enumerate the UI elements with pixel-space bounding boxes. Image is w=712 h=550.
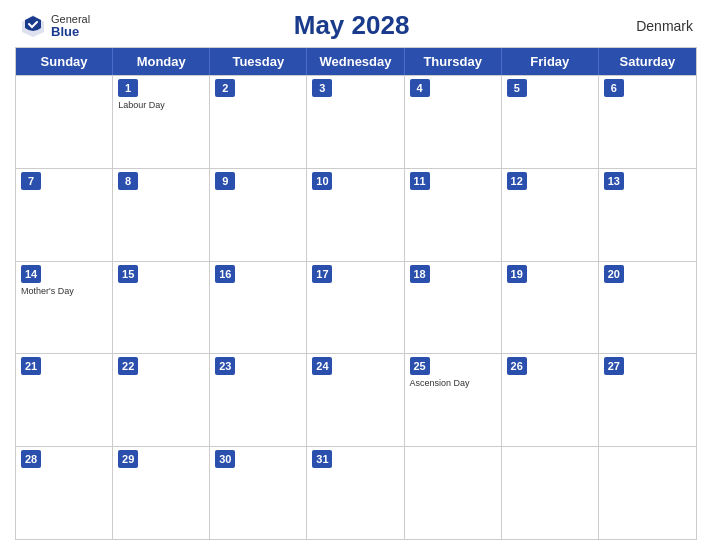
country-label: Denmark: [613, 18, 693, 34]
calendar-page: General Blue May 2028 Denmark Sunday Mon…: [0, 0, 712, 550]
cell-1-6: 13: [599, 169, 696, 261]
day-number: 30: [215, 450, 235, 468]
day-number: 1: [118, 79, 138, 97]
calendar-grid: Sunday Monday Tuesday Wednesday Thursday…: [15, 47, 697, 540]
cell-0-3: 3: [307, 76, 404, 168]
cell-1-1: 8: [113, 169, 210, 261]
day-number: 21: [21, 357, 41, 375]
cell-2-6: 20: [599, 262, 696, 354]
cell-2-0: 14Mother's Day: [16, 262, 113, 354]
day-number: 20: [604, 265, 624, 283]
week-row-2: 78910111213: [16, 168, 696, 261]
week-row-5: 28293031: [16, 446, 696, 539]
holiday-label: Ascension Day: [410, 378, 496, 388]
holiday-label: Mother's Day: [21, 286, 107, 296]
day-number: [507, 450, 527, 468]
cell-2-1: 15: [113, 262, 210, 354]
day-number: 11: [410, 172, 430, 190]
day-number: 3: [312, 79, 332, 97]
day-number: 27: [604, 357, 624, 375]
cell-3-0: 21: [16, 354, 113, 446]
day-number: 15: [118, 265, 138, 283]
cell-3-6: 27: [599, 354, 696, 446]
cell-4-1: 29: [113, 447, 210, 539]
header: General Blue May 2028 Denmark: [15, 10, 697, 41]
week-row-1: 1Labour Day23456: [16, 75, 696, 168]
cell-4-3: 31: [307, 447, 404, 539]
day-number: 19: [507, 265, 527, 283]
header-monday: Monday: [113, 48, 210, 75]
cell-4-6: [599, 447, 696, 539]
day-number: 2: [215, 79, 235, 97]
cell-4-0: 28: [16, 447, 113, 539]
cell-0-6: 6: [599, 76, 696, 168]
day-number: 26: [507, 357, 527, 375]
day-number: 4: [410, 79, 430, 97]
day-number: 10: [312, 172, 332, 190]
cell-0-2: 2: [210, 76, 307, 168]
day-number: 7: [21, 172, 41, 190]
day-number: 18: [410, 265, 430, 283]
cell-4-5: [502, 447, 599, 539]
header-thursday: Thursday: [405, 48, 502, 75]
holiday-label: Labour Day: [118, 100, 204, 110]
week-row-4: 2122232425Ascension Day2627: [16, 353, 696, 446]
cell-3-3: 24: [307, 354, 404, 446]
logo: General Blue: [19, 12, 90, 40]
cell-0-4: 4: [405, 76, 502, 168]
calendar-title: May 2028: [90, 10, 613, 41]
cell-2-5: 19: [502, 262, 599, 354]
logo-blue-text: Blue: [51, 25, 90, 38]
day-number: 25: [410, 357, 430, 375]
logo-general-text: General: [51, 14, 90, 25]
cell-2-3: 17: [307, 262, 404, 354]
cell-1-2: 9: [210, 169, 307, 261]
cell-1-3: 10: [307, 169, 404, 261]
cell-0-0: [16, 76, 113, 168]
day-number: 14: [21, 265, 41, 283]
day-number: 31: [312, 450, 332, 468]
day-number: 9: [215, 172, 235, 190]
cell-1-5: 12: [502, 169, 599, 261]
day-number: 24: [312, 357, 332, 375]
day-number: [604, 450, 624, 468]
day-number: 8: [118, 172, 138, 190]
cell-0-5: 5: [502, 76, 599, 168]
week-row-3: 14Mother's Day151617181920: [16, 261, 696, 354]
cell-0-1: 1Labour Day: [113, 76, 210, 168]
cell-4-4: [405, 447, 502, 539]
day-headers-row: Sunday Monday Tuesday Wednesday Thursday…: [16, 48, 696, 75]
cell-2-2: 16: [210, 262, 307, 354]
header-saturday: Saturday: [599, 48, 696, 75]
day-number: 29: [118, 450, 138, 468]
day-number: 22: [118, 357, 138, 375]
logo-icon: [19, 12, 47, 40]
day-number: 17: [312, 265, 332, 283]
day-number: 28: [21, 450, 41, 468]
cell-3-1: 22: [113, 354, 210, 446]
cell-1-4: 11: [405, 169, 502, 261]
cell-3-4: 25Ascension Day: [405, 354, 502, 446]
header-sunday: Sunday: [16, 48, 113, 75]
header-tuesday: Tuesday: [210, 48, 307, 75]
day-number: [410, 450, 430, 468]
header-friday: Friday: [502, 48, 599, 75]
day-number: 5: [507, 79, 527, 97]
cell-4-2: 30: [210, 447, 307, 539]
cell-3-5: 26: [502, 354, 599, 446]
day-number: [21, 79, 41, 97]
cell-2-4: 18: [405, 262, 502, 354]
day-number: 16: [215, 265, 235, 283]
day-number: 12: [507, 172, 527, 190]
weeks-container: 1Labour Day234567891011121314Mother's Da…: [16, 75, 696, 539]
day-number: 6: [604, 79, 624, 97]
cell-3-2: 23: [210, 354, 307, 446]
day-number: 13: [604, 172, 624, 190]
day-number: 23: [215, 357, 235, 375]
cell-1-0: 7: [16, 169, 113, 261]
header-wednesday: Wednesday: [307, 48, 404, 75]
logo-text: General Blue: [51, 14, 90, 38]
